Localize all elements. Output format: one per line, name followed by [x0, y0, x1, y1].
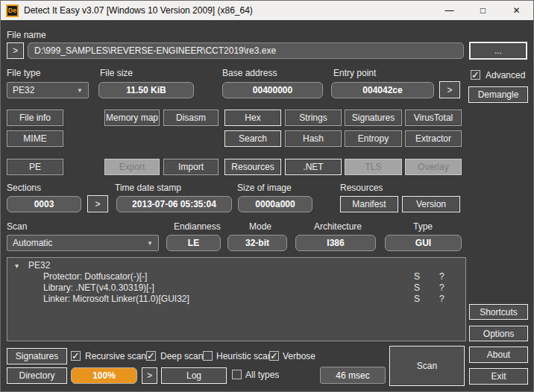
entry-point-value: 004042ce	[331, 82, 434, 98]
endianness-label: Endianness	[174, 221, 221, 232]
tree-root-row[interactable]: ▾ PE32	[7, 260, 465, 271]
detection-text: Linker: Microsoft Linker(11.0)[GUI32]	[43, 294, 189, 305]
minimize-icon[interactable]: —	[433, 1, 466, 20]
maximize-icon[interactable]: □	[466, 1, 500, 20]
timestamp-label: Time date stamp	[115, 183, 181, 193]
show-signature-link[interactable]: S	[414, 271, 420, 282]
virustotal-button[interactable]: VirusTotal	[405, 110, 462, 126]
file-info-button[interactable]: File info	[7, 110, 63, 126]
dotnet-button[interactable]: .NET	[285, 159, 342, 175]
verbose-checkbox-label[interactable]: Verbose	[283, 351, 315, 361]
info-link[interactable]: ?	[439, 294, 445, 305]
options-button[interactable]: Options	[469, 326, 528, 341]
tree-row-linker[interactable]: Linker: Microsoft Linker(11.0)[GUI32] S …	[7, 294, 465, 305]
close-icon[interactable]: ✕	[500, 1, 533, 20]
detection-text: Library: .NET(v4.0.30319)[-]	[43, 282, 154, 294]
file-size-label: File size	[100, 68, 133, 78]
scan-results-tree: ▾ PE32 Protector: Dotfuscator(-)[-] S ? …	[7, 257, 466, 341]
architecture-label: Architecture	[314, 221, 362, 232]
endianness-value: LE	[166, 235, 221, 251]
scan-method-label: Scan	[7, 221, 27, 232]
titlebar: De Detect It Easy v3.07 [Windows 10 Vers…	[1, 1, 533, 20]
die-main-window: De Detect It Easy v3.07 [Windows 10 Vers…	[0, 0, 534, 392]
sections-follow-button[interactable]: >	[87, 195, 108, 212]
shortcuts-button[interactable]: Shortcuts	[469, 304, 528, 320]
memory-map-button[interactable]: Memory map	[104, 110, 160, 126]
exit-button[interactable]: Exit	[469, 368, 528, 385]
hex-button[interactable]: Hex	[224, 110, 281, 126]
app-icon: De	[6, 4, 19, 17]
directory-button[interactable]: Directory	[7, 367, 67, 384]
resources-button[interactable]: Resources	[224, 159, 281, 175]
file-path-input[interactable]: D:\999_SAMPLES\REVERSE-ENGINEER\CCT2019\…	[28, 42, 464, 59]
about-button[interactable]: About	[469, 347, 528, 363]
size-of-image-value: 0000a000	[238, 196, 312, 212]
entropy-button[interactable]: Entropy	[345, 130, 402, 147]
elapsed-time-value: 46 msec	[320, 367, 386, 384]
tree-row-library[interactable]: Library: .NET(v4.0.30319)[-] S ?	[7, 282, 465, 294]
window-title: Detect It Easy v3.07 [Windows 10 Version…	[24, 5, 253, 16]
checkbox-unchecked-icon[interactable]	[203, 351, 213, 361]
info-link[interactable]: ?	[439, 271, 445, 282]
base-address-value: 00400000	[222, 82, 323, 98]
file-type-label: File type	[7, 68, 40, 78]
file-type-value: PE32	[13, 85, 34, 95]
mime-button[interactable]: MIME	[7, 130, 63, 147]
log-button[interactable]: Log	[161, 367, 227, 384]
checkbox-checked-icon[interactable]: ✓	[269, 351, 279, 361]
browse-button[interactable]: ...	[469, 42, 527, 60]
deep-scan-checkbox-label[interactable]: Deep scan	[160, 351, 203, 361]
window-controls: — □ ✕	[433, 1, 533, 20]
show-signature-link[interactable]: S	[414, 294, 420, 305]
type-label: Type	[413, 221, 433, 232]
checkbox-checked-icon[interactable]: ✓	[146, 351, 156, 361]
tree-root-label: PE32	[28, 260, 50, 271]
file-name-label: File name	[7, 30, 46, 40]
resources-label: Resources	[340, 183, 383, 193]
scan-method-select[interactable]: Automatic ▼	[7, 235, 159, 251]
extractor-button[interactable]: Extractor	[405, 130, 462, 147]
tls-button: TLS	[345, 159, 402, 175]
checkbox-unchecked-icon[interactable]	[232, 370, 242, 379]
entry-point-follow-button[interactable]: >	[439, 81, 460, 98]
tree-row-protector[interactable]: Protector: Dotfuscator(-)[-] S ?	[7, 271, 465, 282]
import-button[interactable]: Import	[163, 159, 219, 175]
info-link[interactable]: ?	[439, 282, 445, 294]
advanced-checkbox-label[interactable]: Advanced	[486, 70, 525, 80]
demangle-button[interactable]: Demangle	[468, 86, 528, 103]
detection-text: Protector: Dotfuscator(-)[-]	[43, 271, 147, 282]
scan-method-value: Automatic	[13, 238, 52, 248]
export-button: Export	[104, 159, 160, 175]
hash-button[interactable]: Hash	[285, 130, 342, 147]
all-types-checkbox-label[interactable]: All types	[245, 370, 279, 380]
manifest-button[interactable]: Manifest	[340, 196, 398, 212]
recursive-scan-checkbox-label[interactable]: Recursive scan	[85, 351, 146, 361]
signatures-tool-button[interactable]: Signatures	[345, 110, 402, 126]
mode-value: 32-bit	[227, 235, 287, 251]
sections-label: Sections	[7, 183, 41, 193]
search-button[interactable]: Search	[224, 130, 281, 147]
heuristic-scan-checkbox-label[interactable]: Heuristic scan	[216, 351, 272, 361]
version-button[interactable]: Version	[402, 196, 460, 212]
pe-button[interactable]: PE	[7, 159, 63, 175]
open-file-button[interactable]: >	[7, 42, 24, 59]
signatures-db-button[interactable]: Signatures	[7, 348, 67, 364]
timestamp-value: 2013-07-06 05:35:04	[116, 196, 232, 212]
scan-progress-bar: 100%	[71, 367, 137, 384]
checkbox-checked-icon[interactable]: ✓	[471, 70, 480, 80]
mode-label: Mode	[249, 221, 271, 232]
entry-point-label: Entry point	[333, 68, 376, 78]
type-value: GUI	[385, 235, 462, 251]
disasm-button[interactable]: Disasm	[163, 110, 219, 126]
scan-button[interactable]: Scan	[389, 346, 465, 386]
checkbox-checked-icon[interactable]: ✓	[71, 351, 81, 361]
overlay-button: Overlay	[405, 159, 462, 175]
base-address-label: Base address	[222, 68, 277, 78]
log-follow-button[interactable]: >	[142, 367, 157, 384]
chevron-down-icon: ▼	[77, 87, 83, 94]
show-signature-link[interactable]: S	[414, 282, 420, 294]
size-of-image-label: Size of image	[237, 183, 292, 193]
strings-button[interactable]: Strings	[285, 110, 342, 126]
tree-expander-icon[interactable]: ▾	[15, 260, 19, 271]
file-type-select[interactable]: PE32 ▼	[7, 82, 89, 98]
